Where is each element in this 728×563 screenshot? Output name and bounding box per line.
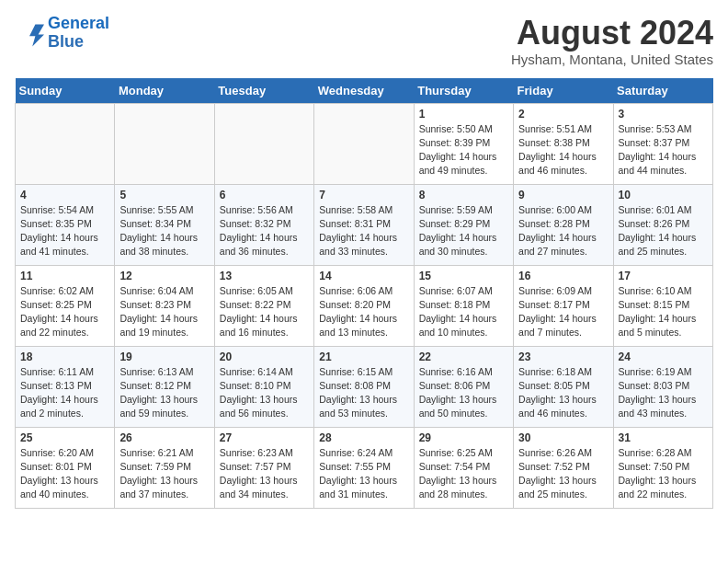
day-info: Sunrise: 6:13 AM Sunset: 8:12 PM Dayligh… <box>119 365 209 421</box>
calendar-cell: 7Sunrise: 5:58 AM Sunset: 8:31 PM Daylig… <box>314 184 414 265</box>
week-row-4: 18Sunrise: 6:11 AM Sunset: 8:13 PM Dayli… <box>16 346 713 427</box>
day-number: 18 <box>20 350 109 363</box>
weekday-header-sunday: Sunday <box>16 78 115 104</box>
calendar-cell: 9Sunrise: 6:00 AM Sunset: 8:28 PM Daylig… <box>514 184 613 265</box>
day-info: Sunrise: 6:26 AM Sunset: 7:52 PM Dayligh… <box>518 446 608 502</box>
day-info: Sunrise: 6:16 AM Sunset: 8:06 PM Dayligh… <box>419 365 508 421</box>
day-info: Sunrise: 6:05 AM Sunset: 8:22 PM Dayligh… <box>220 284 309 340</box>
day-number: 25 <box>20 431 109 444</box>
day-number: 8 <box>419 189 508 201</box>
calendar-body: 1Sunrise: 5:50 AM Sunset: 8:39 PM Daylig… <box>16 103 713 508</box>
day-info: Sunrise: 5:58 AM Sunset: 8:31 PM Dayligh… <box>319 203 408 259</box>
calendar-cell: 2Sunrise: 5:51 AM Sunset: 8:38 PM Daylig… <box>514 103 613 184</box>
day-number: 9 <box>518 189 608 201</box>
day-number: 7 <box>319 189 408 201</box>
calendar-cell: 6Sunrise: 5:56 AM Sunset: 8:32 PM Daylig… <box>214 184 313 265</box>
calendar-cell: 15Sunrise: 6:07 AM Sunset: 8:18 PM Dayli… <box>414 265 513 346</box>
day-number: 31 <box>619 431 708 444</box>
calendar-cell: 11Sunrise: 6:02 AM Sunset: 8:25 PM Dayli… <box>16 265 115 346</box>
day-number: 26 <box>119 431 209 444</box>
calendar-cell: 23Sunrise: 6:18 AM Sunset: 8:05 PM Dayli… <box>514 346 613 427</box>
subtitle: Hysham, Montana, United States <box>511 52 713 67</box>
day-number: 20 <box>220 350 309 363</box>
title-block: August 2024 Hysham, Montana, United Stat… <box>511 15 713 67</box>
calendar-cell: 27Sunrise: 6:23 AM Sunset: 7:57 PM Dayli… <box>214 427 313 508</box>
day-info: Sunrise: 6:06 AM Sunset: 8:20 PM Dayligh… <box>319 284 408 340</box>
week-row-2: 4Sunrise: 5:54 AM Sunset: 8:35 PM Daylig… <box>16 184 713 265</box>
weekday-header-wednesday: Wednesday <box>314 78 414 104</box>
calendar-cell: 30Sunrise: 6:26 AM Sunset: 7:52 PM Dayli… <box>514 427 613 508</box>
calendar-cell: 24Sunrise: 6:19 AM Sunset: 8:03 PM Dayli… <box>613 346 712 427</box>
weekday-header-row: SundayMondayTuesdayWednesdayThursdayFrid… <box>16 78 713 104</box>
weekday-header-saturday: Saturday <box>613 78 712 104</box>
calendar-cell: 13Sunrise: 6:05 AM Sunset: 8:22 PM Dayli… <box>214 265 313 346</box>
day-number: 15 <box>419 270 508 282</box>
day-info: Sunrise: 5:55 AM Sunset: 8:34 PM Dayligh… <box>119 203 209 259</box>
day-number: 21 <box>319 350 408 363</box>
calendar-cell: 16Sunrise: 6:09 AM Sunset: 8:17 PM Dayli… <box>514 265 613 346</box>
calendar-cell: 8Sunrise: 5:59 AM Sunset: 8:29 PM Daylig… <box>414 184 513 265</box>
day-info: Sunrise: 6:23 AM Sunset: 7:57 PM Dayligh… <box>220 446 309 502</box>
day-number: 5 <box>119 189 209 201</box>
calendar-cell: 21Sunrise: 6:15 AM Sunset: 8:08 PM Dayli… <box>314 346 414 427</box>
week-row-1: 1Sunrise: 5:50 AM Sunset: 8:39 PM Daylig… <box>16 103 713 184</box>
logo-line2: Blue <box>48 32 84 51</box>
day-info: Sunrise: 6:10 AM Sunset: 8:15 PM Dayligh… <box>619 284 708 340</box>
day-info: Sunrise: 6:28 AM Sunset: 7:50 PM Dayligh… <box>619 446 708 502</box>
calendar-cell: 3Sunrise: 5:53 AM Sunset: 8:37 PM Daylig… <box>613 103 712 184</box>
logo-line1: General <box>48 14 109 32</box>
calendar-cell: 20Sunrise: 6:14 AM Sunset: 8:10 PM Dayli… <box>214 346 313 427</box>
weekday-header-tuesday: Tuesday <box>214 78 313 104</box>
calendar-cell <box>16 103 115 184</box>
day-number: 12 <box>119 270 209 282</box>
calendar-cell: 4Sunrise: 5:54 AM Sunset: 8:35 PM Daylig… <box>16 184 115 265</box>
day-info: Sunrise: 6:24 AM Sunset: 7:55 PM Dayligh… <box>319 446 408 502</box>
calendar-cell <box>214 103 313 184</box>
main-title: August 2024 <box>511 15 713 52</box>
day-number: 28 <box>319 431 408 444</box>
calendar-cell: 28Sunrise: 6:24 AM Sunset: 7:55 PM Dayli… <box>314 427 414 508</box>
day-info: Sunrise: 5:59 AM Sunset: 8:29 PM Dayligh… <box>419 203 508 259</box>
day-number: 4 <box>20 189 109 201</box>
calendar-cell: 17Sunrise: 6:10 AM Sunset: 8:15 PM Dayli… <box>613 265 712 346</box>
calendar-cell: 25Sunrise: 6:20 AM Sunset: 8:01 PM Dayli… <box>16 427 115 508</box>
day-info: Sunrise: 6:20 AM Sunset: 8:01 PM Dayligh… <box>20 446 109 502</box>
day-number: 1 <box>419 108 508 121</box>
day-info: Sunrise: 6:21 AM Sunset: 7:59 PM Dayligh… <box>119 446 209 502</box>
day-info: Sunrise: 6:04 AM Sunset: 8:23 PM Dayligh… <box>119 284 209 340</box>
calendar-cell <box>115 103 214 184</box>
calendar-cell: 12Sunrise: 6:04 AM Sunset: 8:23 PM Dayli… <box>115 265 214 346</box>
calendar-cell: 19Sunrise: 6:13 AM Sunset: 8:12 PM Dayli… <box>115 346 214 427</box>
day-info: Sunrise: 5:56 AM Sunset: 8:32 PM Dayligh… <box>220 203 309 259</box>
day-info: Sunrise: 6:19 AM Sunset: 8:03 PM Dayligh… <box>619 365 708 421</box>
calendar-cell: 10Sunrise: 6:01 AM Sunset: 8:26 PM Dayli… <box>613 184 712 265</box>
weekday-header-friday: Friday <box>514 78 613 104</box>
calendar-cell <box>314 103 414 184</box>
day-info: Sunrise: 6:25 AM Sunset: 7:54 PM Dayligh… <box>419 446 508 502</box>
calendar-cell: 26Sunrise: 6:21 AM Sunset: 7:59 PM Dayli… <box>115 427 214 508</box>
week-row-3: 11Sunrise: 6:02 AM Sunset: 8:25 PM Dayli… <box>16 265 713 346</box>
day-number: 22 <box>419 350 508 363</box>
logo-icon <box>15 18 44 48</box>
day-number: 24 <box>619 350 708 363</box>
day-number: 29 <box>419 431 508 444</box>
day-number: 11 <box>20 270 109 282</box>
day-number: 6 <box>220 189 309 201</box>
calendar-cell: 22Sunrise: 6:16 AM Sunset: 8:06 PM Dayli… <box>414 346 513 427</box>
day-number: 19 <box>119 350 209 363</box>
day-number: 16 <box>518 270 608 282</box>
day-info: Sunrise: 6:15 AM Sunset: 8:08 PM Dayligh… <box>319 365 408 421</box>
day-info: Sunrise: 6:07 AM Sunset: 8:18 PM Dayligh… <box>419 284 508 340</box>
day-number: 3 <box>619 108 708 121</box>
day-info: Sunrise: 5:51 AM Sunset: 8:38 PM Dayligh… <box>518 122 608 178</box>
day-info: Sunrise: 5:54 AM Sunset: 8:35 PM Dayligh… <box>20 203 109 259</box>
calendar-cell: 5Sunrise: 5:55 AM Sunset: 8:34 PM Daylig… <box>115 184 214 265</box>
svg-marker-0 <box>29 24 44 46</box>
week-row-5: 25Sunrise: 6:20 AM Sunset: 8:01 PM Dayli… <box>16 427 713 508</box>
day-info: Sunrise: 5:50 AM Sunset: 8:39 PM Dayligh… <box>419 122 508 178</box>
day-info: Sunrise: 6:11 AM Sunset: 8:13 PM Dayligh… <box>20 365 109 421</box>
page-header: General Blue August 2024 Hysham, Montana… <box>15 15 713 67</box>
day-info: Sunrise: 6:18 AM Sunset: 8:05 PM Dayligh… <box>518 365 608 421</box>
calendar-cell: 29Sunrise: 6:25 AM Sunset: 7:54 PM Dayli… <box>414 427 513 508</box>
day-info: Sunrise: 6:02 AM Sunset: 8:25 PM Dayligh… <box>20 284 109 340</box>
